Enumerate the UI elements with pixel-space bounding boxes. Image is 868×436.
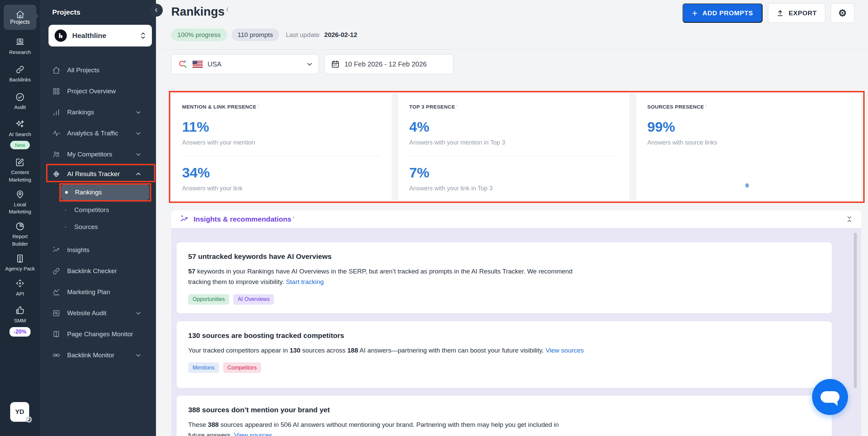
insights-title: Insights & recommendationsi	[194, 215, 294, 223]
rail-item-content-marketing[interactable]: Content Marketing	[4, 157, 36, 184]
panel-scrollbar[interactable]	[854, 233, 857, 388]
insight-title: 130 sources are boosting tracked competi…	[188, 331, 820, 340]
metric-caption: Answers with your link	[182, 185, 381, 192]
sidebar-heading: Projects	[52, 8, 80, 16]
sidebar-item-label: Insights	[67, 246, 148, 254]
progress-badge: 100% progress	[171, 29, 227, 41]
insight-body: These 388 sources appeared in 506 AI ans…	[188, 419, 563, 436]
chevron-down-icon	[136, 131, 148, 136]
status-row: 100% progress 110 prompts Last update 20…	[171, 29, 357, 41]
project-selector[interactable]: Healthline	[48, 25, 152, 46]
rail-item-ai-search[interactable]: AI Search New	[9, 119, 31, 149]
sidebar-item-label: Page Changes Monitor	[67, 330, 148, 338]
prompts-count-badge: 110 prompts	[232, 29, 279, 41]
last-update-label: Last update	[286, 31, 319, 39]
chevron-up-icon	[136, 171, 148, 177]
chevron-down-icon	[136, 152, 148, 157]
info-icon[interactable]: i	[226, 5, 228, 13]
search-engine-location-select[interactable]: USA	[171, 54, 319, 74]
metric-value: 99%	[647, 119, 850, 135]
chevron-down-icon	[136, 110, 148, 115]
sidebar-item-label: Backlink Monitor	[67, 352, 136, 359]
top3-presence-card: TOP 3 PRESENCEi 4% Answers with your men…	[398, 94, 629, 201]
check-circle-icon	[15, 92, 25, 102]
date-range-value: 10 Feb 2026 - 12 Feb 2026	[344, 60, 427, 68]
rail-item-projects[interactable]: Projects	[4, 5, 36, 30]
rail-item-local-marketing[interactable]: Local Marketing	[4, 190, 36, 216]
usa-flag-icon	[193, 61, 203, 68]
metric-value: 7%	[409, 165, 618, 181]
sidebar-item-label: Project Overview	[67, 88, 148, 95]
bullet-icon	[65, 210, 66, 211]
metric-card-title: SOURCES PRESENCEi	[647, 104, 850, 110]
sidebar-subitem-rankings[interactable]: Rankings	[61, 185, 149, 200]
rail-item-label: Backlinks	[9, 76, 31, 83]
settings-gear-icon[interactable]: ⚙	[25, 415, 33, 424]
info-icon[interactable]: i	[258, 104, 259, 107]
info-icon[interactable]: i	[706, 104, 707, 107]
add-prompts-button[interactable]: + ADD PROMPTS	[683, 3, 763, 23]
sidebar-subitem-competitors[interactable]: Competitors	[40, 202, 156, 219]
insight-title: 388 sources don’t mention your brand yet	[188, 406, 820, 414]
metric-value: 4%	[409, 119, 618, 135]
rail-item-agency-pack[interactable]: Agency Pack	[4, 254, 36, 272]
sort-chevrons-icon	[140, 32, 146, 40]
building-icon	[15, 254, 25, 263]
insights-panel: 57 untracked keywords have AI Overviews …	[171, 228, 861, 436]
view-sources-link[interactable]: View sources	[234, 432, 272, 436]
avatar-initials: YD	[15, 408, 24, 416]
view-sources-link[interactable]: View sources	[546, 347, 584, 354]
settings-button[interactable]: ⚙	[831, 3, 854, 23]
metric-caption: Answers with your mention	[182, 139, 381, 146]
insight-title: 57 untracked keywords have AI Overviews	[188, 252, 820, 261]
insights-header: Insights & recommendationsi	[171, 210, 861, 228]
sidebar-subitem-label: Competitors	[74, 206, 109, 214]
sidebar-subitem-sources[interactable]: Sources	[40, 219, 156, 235]
metric-value: 34%	[182, 165, 381, 181]
project-logo	[55, 30, 67, 42]
rail-item-label: Research	[9, 49, 31, 56]
sidebar-subitem-label: Rankings	[75, 189, 102, 196]
date-range-picker[interactable]: 10 Feb 2026 - 12 Feb 2026	[324, 54, 453, 74]
rail-item-audit[interactable]: Audit	[14, 92, 26, 111]
info-icon[interactable]: i	[293, 215, 294, 220]
sidebar-collapse-button[interactable]	[150, 4, 163, 17]
chat-widget-button[interactable]	[812, 379, 848, 415]
sidebar-item-page-changes-monitor[interactable]: Page Changes Monitor	[40, 324, 156, 345]
start-tracking-link[interactable]: Start tracking	[286, 278, 324, 285]
sidebar-item-analytics-traffic[interactable]: Analytics & Traffic	[40, 123, 156, 144]
sidebar-item-backlink-monitor[interactable]: Backlink Monitor	[40, 345, 156, 366]
info-icon[interactable]: i	[457, 104, 458, 107]
divider	[409, 156, 618, 156]
rail-item-smm[interactable]: SMM -20%	[9, 306, 30, 337]
rail-item-backlinks[interactable]: Backlinks	[9, 65, 31, 83]
sidebar-item-all-projects[interactable]: All Projects	[40, 60, 156, 81]
discount-badge: -20%	[9, 327, 30, 337]
sidebar-item-my-competitors[interactable]: My Competitors	[40, 144, 156, 165]
avatar[interactable]: YD ⚙	[10, 402, 29, 422]
sidebar-item-rankings[interactable]: Rankings	[40, 102, 156, 123]
upload-icon	[776, 10, 784, 17]
mentions-tag: Mentions	[188, 362, 219, 373]
icon-rail: Projects Research Backlinks Audit	[0, 0, 40, 436]
sidebar-item-insights[interactable]: Insights	[40, 240, 156, 261]
rail-item-research[interactable]: Research	[9, 37, 31, 56]
rail-item-report-builder[interactable]: Report Builder	[4, 222, 36, 248]
insight-card-boosting-competitors: 130 sources are boosting tracked competi…	[177, 321, 832, 388]
sidebar-item-ai-results-tracker[interactable]: AI Results Tracker	[40, 165, 156, 183]
header-divider	[156, 49, 868, 50]
sidebar-item-label: Marketing Plan	[67, 288, 148, 296]
sidebar-item-project-overview[interactable]: Project Overview	[40, 81, 156, 102]
sidebar-item-label: AI Results Tracker	[67, 170, 136, 178]
rail-item-api[interactable]: API	[15, 278, 25, 298]
collapse-panel-icon[interactable]	[846, 216, 852, 223]
insight-card-sources-no-mention: 388 sources don’t mention your brand yet…	[177, 396, 832, 436]
rail-item-label: SMM	[14, 317, 26, 324]
export-button[interactable]: EXPORT	[768, 3, 825, 23]
metric-caption: Answers with your mention in Top 3	[409, 139, 618, 146]
sidebar-item-website-audit[interactable]: Website Audit	[40, 303, 156, 324]
sidebar-item-label: Rankings	[67, 109, 136, 116]
sidebar-item-marketing-plan[interactable]: Marketing Plan	[40, 282, 156, 303]
sidebar-item-backlink-checker[interactable]: Backlink Checker	[40, 261, 156, 282]
sidebar-item-label: Backlink Checker	[67, 267, 148, 275]
